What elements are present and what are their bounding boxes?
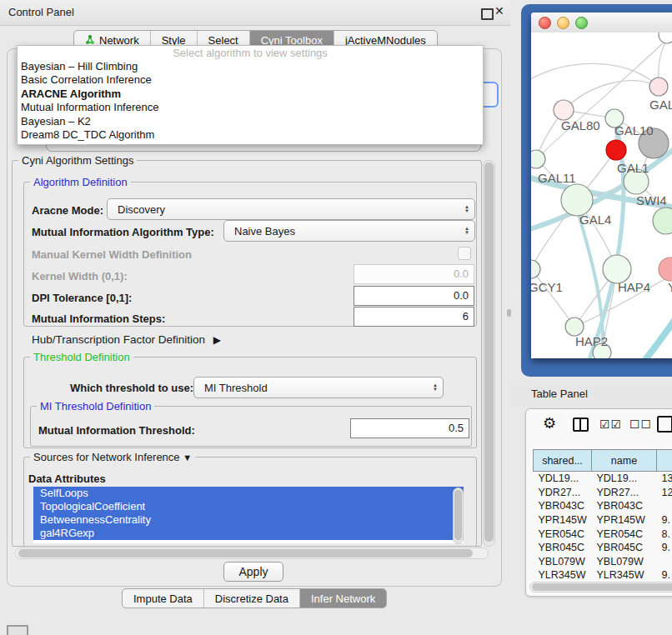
hub-definition-expander[interactable]: Hub/Transcription Factor Definition ▶ bbox=[32, 333, 221, 346]
node-label: GAL10 bbox=[614, 123, 654, 138]
network-node[interactable] bbox=[531, 150, 545, 168]
attribute-list-item[interactable]: TopologicalCoefficient bbox=[33, 500, 464, 513]
algorithm-definition-title: Algorithm Definition bbox=[30, 176, 131, 188]
mi-steps-field[interactable]: 6 bbox=[354, 307, 474, 327]
gear-icon[interactable]: ⚙ bbox=[543, 414, 556, 432]
table-cell bbox=[657, 555, 672, 569]
network-node[interactable] bbox=[659, 258, 672, 281]
which-threshold-value: MI Threshold bbox=[194, 382, 428, 394]
network-window[interactable]: GALGAL80GAL10GAL1GAL11SWI4GAL4GCY1HAP4YH… bbox=[531, 12, 672, 358]
which-threshold-select[interactable]: MI Threshold ▲▼ bbox=[193, 377, 444, 398]
node-label: Y bbox=[668, 280, 672, 294]
table-row[interactable]: YLR345WYLR345W9. bbox=[534, 568, 672, 582]
expander-right-arrow-icon: ▶ bbox=[213, 334, 221, 346]
table-row[interactable]: YPR145WYPR145W9. bbox=[534, 513, 672, 528]
table-doc-icon[interactable] bbox=[657, 416, 672, 432]
network-node[interactable] bbox=[653, 208, 672, 234]
manual-kernel-checkbox[interactable] bbox=[458, 247, 471, 260]
table-row[interactable]: YBR043CYBR043C bbox=[534, 499, 672, 513]
aracne-mode-label: Aracne Mode: bbox=[32, 204, 103, 217]
network-canvas[interactable]: GALGAL80GAL10GAL1GAL11SWI4GAL4GCY1HAP4YH… bbox=[531, 32, 672, 358]
table-cell: YBR043C bbox=[534, 499, 592, 513]
mi-threshold-field[interactable]: 0.5 bbox=[350, 418, 469, 438]
network-node[interactable] bbox=[554, 100, 574, 120]
table-row[interactable]: YBR045CYBR045C9. bbox=[534, 541, 672, 555]
tab-label: Discretize Data bbox=[215, 592, 288, 605]
node-label: HAP2 bbox=[575, 334, 608, 348]
network-svg: GALGAL80GAL10GAL1GAL11SWI4GAL4GCY1HAP4YH… bbox=[531, 32, 672, 358]
close-icon[interactable]: ✕ bbox=[494, 4, 504, 18]
table-cell: YPR145W bbox=[592, 513, 657, 528]
columns-icon[interactable] bbox=[573, 418, 589, 432]
table-cell bbox=[657, 499, 672, 513]
network-node[interactable] bbox=[659, 32, 672, 43]
aracne-mode-select[interactable]: Discovery ▲▼ bbox=[107, 198, 475, 220]
dpi-tolerance-field[interactable]: 0.0 bbox=[354, 286, 474, 306]
mi-threshold-label: Mutual Information Threshold: bbox=[38, 424, 195, 437]
sources-group-title[interactable]: Sources for Network Inference ▼ bbox=[30, 451, 195, 463]
network-node[interactable] bbox=[606, 140, 626, 160]
network-node[interactable] bbox=[565, 318, 584, 336]
table-column-header[interactable]: name bbox=[592, 450, 657, 472]
stepper-arrows-icon: ▲▼ bbox=[428, 383, 443, 392]
table-horizontal-scrollbar[interactable] bbox=[529, 582, 672, 592]
table-cell: YLR345W bbox=[592, 568, 657, 582]
algorithm-option[interactable]: Dream8 DC_TDC Algorithm bbox=[18, 128, 483, 142]
sources-title-text: Sources for Network Inference bbox=[33, 451, 180, 463]
float-window-icon[interactable] bbox=[481, 8, 494, 20]
table-cell: YBR043C bbox=[592, 499, 657, 513]
table-column-header[interactable]: shared... bbox=[534, 450, 592, 472]
deselect-all-rows-icon[interactable]: ☐☐ bbox=[629, 418, 652, 431]
collapsed-panel-icon[interactable] bbox=[7, 625, 28, 635]
data-attributes-list[interactable]: SelfLoopsTopologicalCoefficientBetweenne… bbox=[33, 487, 464, 543]
table-row[interactable]: YER054CYER054C8. bbox=[534, 527, 672, 541]
algorithm-placeholder: Select algorithm to view settings bbox=[18, 46, 483, 60]
attribute-list-scrollbar[interactable] bbox=[453, 488, 464, 544]
minimize-traffic-light-icon[interactable] bbox=[557, 17, 569, 29]
table-row[interactable]: YDL19...YDL19...13 bbox=[534, 472, 672, 486]
pane-splitter-handle[interactable] bbox=[507, 309, 511, 317]
which-threshold-label: Which threshold to use: bbox=[70, 382, 193, 394]
kernel-width-field[interactable]: 0.0 bbox=[354, 264, 474, 284]
table-row[interactable]: YBL079WYBL079W bbox=[534, 555, 672, 569]
control-panel-titlebar: Control Panel ✕ bbox=[0, 0, 510, 26]
network-node[interactable] bbox=[603, 255, 631, 283]
control-panel: Control Panel ✕ NetworkStyleSelectCyni T… bbox=[0, 0, 510, 635]
table-cell: YER054C bbox=[534, 527, 592, 541]
algorithm-option[interactable]: Mutual Information Inference bbox=[18, 101, 483, 114]
tab-impute-data[interactable]: Impute Data bbox=[123, 589, 204, 608]
algorithm-option[interactable]: Bayesian – K2 bbox=[18, 115, 483, 128]
algorithm-option[interactable]: Bayesian – Hill Climbing bbox=[18, 60, 483, 73]
node-label: SWI4 bbox=[636, 193, 667, 208]
table-cell: YBR045C bbox=[592, 541, 657, 555]
node-label: GCY1 bbox=[531, 280, 563, 294]
tab-infer-network[interactable]: Infer Network bbox=[300, 589, 386, 608]
kernel-width-label: Kernel Width (0,1): bbox=[32, 270, 128, 282]
attribute-list-item[interactable]: gal4RGexp bbox=[33, 527, 464, 540]
table-column-header[interactable] bbox=[657, 450, 672, 472]
network-node[interactable] bbox=[649, 78, 668, 96]
close-traffic-light-icon[interactable] bbox=[539, 17, 551, 29]
mi-type-select[interactable]: Naive Bayes ▲▼ bbox=[223, 220, 475, 242]
apply-button[interactable]: Apply bbox=[223, 562, 283, 582]
network-node[interactable] bbox=[531, 260, 540, 278]
settings-vertical-scrollbar[interactable] bbox=[483, 160, 495, 547]
table-cell: 8. bbox=[657, 527, 672, 541]
node-label: GAL4 bbox=[579, 212, 611, 227]
select-all-rows-icon[interactable]: ☑☑ bbox=[599, 418, 622, 431]
dpi-tolerance-label: DPI Tolerance [0,1]: bbox=[32, 292, 132, 304]
settings-horizontal-scrollbar[interactable] bbox=[15, 548, 489, 559]
attribute-list-item[interactable]: SelfLoops bbox=[33, 487, 464, 500]
node-label: HAP4 bbox=[618, 280, 650, 294]
mi-type-label: Mutual Information Algorithm Type: bbox=[32, 226, 214, 238]
network-node[interactable] bbox=[561, 184, 593, 216]
hub-definition-label: Hub/Transcription Factor Definition bbox=[32, 333, 205, 346]
attribute-list-item[interactable]: BetweennessCentrality bbox=[33, 513, 464, 527]
algorithm-option[interactable]: Basic Correlation Inference bbox=[18, 73, 483, 87]
tab-discretize-data[interactable]: Discretize Data bbox=[204, 589, 300, 608]
algorithm-option[interactable]: ARACNE Algorithm bbox=[18, 88, 483, 101]
table-cell: 9. bbox=[657, 568, 672, 582]
zoom-traffic-light-icon[interactable] bbox=[575, 17, 588, 29]
table-cell: YBL079W bbox=[592, 555, 657, 569]
table-row[interactable]: YDR27...YDR27...12 bbox=[534, 486, 672, 500]
